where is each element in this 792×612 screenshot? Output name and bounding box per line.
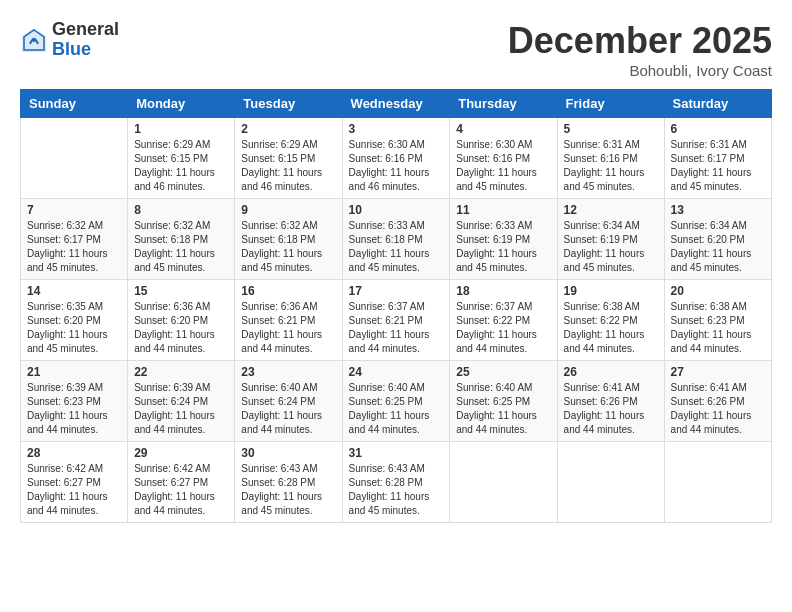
day-info: Sunrise: 6:30 AMSunset: 6:16 PMDaylight:… [349,138,444,194]
col-wednesday: Wednesday [342,90,450,118]
calendar-week-row: 28 Sunrise: 6:42 AMSunset: 6:27 PMDaylig… [21,442,772,523]
table-row: 14 Sunrise: 6:35 AMSunset: 6:20 PMDaylig… [21,280,128,361]
table-row: 13 Sunrise: 6:34 AMSunset: 6:20 PMDaylig… [664,199,771,280]
day-info: Sunrise: 6:31 AMSunset: 6:17 PMDaylight:… [671,138,765,194]
day-number: 29 [134,446,228,460]
day-number: 11 [456,203,550,217]
day-info: Sunrise: 6:43 AMSunset: 6:28 PMDaylight:… [241,462,335,518]
day-number: 14 [27,284,121,298]
table-row: 26 Sunrise: 6:41 AMSunset: 6:26 PMDaylig… [557,361,664,442]
day-number: 21 [27,365,121,379]
col-thursday: Thursday [450,90,557,118]
logo-blue: Blue [52,40,119,60]
table-row: 11 Sunrise: 6:33 AMSunset: 6:19 PMDaylig… [450,199,557,280]
calendar-week-row: 21 Sunrise: 6:39 AMSunset: 6:23 PMDaylig… [21,361,772,442]
table-row: 6 Sunrise: 6:31 AMSunset: 6:17 PMDayligh… [664,118,771,199]
day-number: 23 [241,365,335,379]
day-number: 1 [134,122,228,136]
day-info: Sunrise: 6:40 AMSunset: 6:25 PMDaylight:… [456,381,550,437]
day-info: Sunrise: 6:34 AMSunset: 6:19 PMDaylight:… [564,219,658,275]
calendar: Sunday Monday Tuesday Wednesday Thursday… [20,89,772,523]
table-row: 20 Sunrise: 6:38 AMSunset: 6:23 PMDaylig… [664,280,771,361]
table-row: 24 Sunrise: 6:40 AMSunset: 6:25 PMDaylig… [342,361,450,442]
table-row: 5 Sunrise: 6:31 AMSunset: 6:16 PMDayligh… [557,118,664,199]
logo: General Blue [20,20,119,60]
day-info: Sunrise: 6:36 AMSunset: 6:20 PMDaylight:… [134,300,228,356]
svg-point-2 [32,38,36,42]
table-row: 16 Sunrise: 6:36 AMSunset: 6:21 PMDaylig… [235,280,342,361]
title-block: December 2025 Bohoubli, Ivory Coast [508,20,772,79]
day-number: 18 [456,284,550,298]
calendar-header-row: Sunday Monday Tuesday Wednesday Thursday… [21,90,772,118]
col-monday: Monday [128,90,235,118]
day-info: Sunrise: 6:40 AMSunset: 6:24 PMDaylight:… [241,381,335,437]
day-number: 4 [456,122,550,136]
col-sunday: Sunday [21,90,128,118]
day-number: 10 [349,203,444,217]
day-info: Sunrise: 6:30 AMSunset: 6:16 PMDaylight:… [456,138,550,194]
day-info: Sunrise: 6:37 AMSunset: 6:22 PMDaylight:… [456,300,550,356]
location: Bohoubli, Ivory Coast [508,62,772,79]
table-row: 22 Sunrise: 6:39 AMSunset: 6:24 PMDaylig… [128,361,235,442]
table-row: 30 Sunrise: 6:43 AMSunset: 6:28 PMDaylig… [235,442,342,523]
day-number: 5 [564,122,658,136]
logo-text: General Blue [52,20,119,60]
table-row: 29 Sunrise: 6:42 AMSunset: 6:27 PMDaylig… [128,442,235,523]
table-row: 7 Sunrise: 6:32 AMSunset: 6:17 PMDayligh… [21,199,128,280]
day-info: Sunrise: 6:32 AMSunset: 6:17 PMDaylight:… [27,219,121,275]
day-info: Sunrise: 6:41 AMSunset: 6:26 PMDaylight:… [671,381,765,437]
day-number: 12 [564,203,658,217]
day-info: Sunrise: 6:38 AMSunset: 6:23 PMDaylight:… [671,300,765,356]
logo-icon [20,26,48,54]
table-row: 10 Sunrise: 6:33 AMSunset: 6:18 PMDaylig… [342,199,450,280]
day-number: 17 [349,284,444,298]
day-info: Sunrise: 6:42 AMSunset: 6:27 PMDaylight:… [134,462,228,518]
day-number: 25 [456,365,550,379]
day-info: Sunrise: 6:39 AMSunset: 6:23 PMDaylight:… [27,381,121,437]
day-number: 16 [241,284,335,298]
day-info: Sunrise: 6:29 AMSunset: 6:15 PMDaylight:… [241,138,335,194]
table-row: 2 Sunrise: 6:29 AMSunset: 6:15 PMDayligh… [235,118,342,199]
table-row: 19 Sunrise: 6:38 AMSunset: 6:22 PMDaylig… [557,280,664,361]
calendar-week-row: 1 Sunrise: 6:29 AMSunset: 6:15 PMDayligh… [21,118,772,199]
day-info: Sunrise: 6:35 AMSunset: 6:20 PMDaylight:… [27,300,121,356]
day-info: Sunrise: 6:40 AMSunset: 6:25 PMDaylight:… [349,381,444,437]
table-row [557,442,664,523]
day-number: 26 [564,365,658,379]
table-row: 12 Sunrise: 6:34 AMSunset: 6:19 PMDaylig… [557,199,664,280]
table-row: 8 Sunrise: 6:32 AMSunset: 6:18 PMDayligh… [128,199,235,280]
day-info: Sunrise: 6:36 AMSunset: 6:21 PMDaylight:… [241,300,335,356]
day-number: 3 [349,122,444,136]
day-info: Sunrise: 6:39 AMSunset: 6:24 PMDaylight:… [134,381,228,437]
day-info: Sunrise: 6:38 AMSunset: 6:22 PMDaylight:… [564,300,658,356]
day-number: 27 [671,365,765,379]
col-tuesday: Tuesday [235,90,342,118]
day-info: Sunrise: 6:29 AMSunset: 6:15 PMDaylight:… [134,138,228,194]
day-number: 22 [134,365,228,379]
table-row: 21 Sunrise: 6:39 AMSunset: 6:23 PMDaylig… [21,361,128,442]
day-info: Sunrise: 6:33 AMSunset: 6:18 PMDaylight:… [349,219,444,275]
table-row [21,118,128,199]
day-number: 30 [241,446,335,460]
day-number: 24 [349,365,444,379]
table-row: 27 Sunrise: 6:41 AMSunset: 6:26 PMDaylig… [664,361,771,442]
logo-general: General [52,20,119,40]
day-number: 6 [671,122,765,136]
day-number: 31 [349,446,444,460]
table-row: 28 Sunrise: 6:42 AMSunset: 6:27 PMDaylig… [21,442,128,523]
page-header: General Blue December 2025 Bohoubli, Ivo… [20,20,772,79]
day-number: 20 [671,284,765,298]
day-info: Sunrise: 6:31 AMSunset: 6:16 PMDaylight:… [564,138,658,194]
table-row [450,442,557,523]
day-info: Sunrise: 6:43 AMSunset: 6:28 PMDaylight:… [349,462,444,518]
table-row: 4 Sunrise: 6:30 AMSunset: 6:16 PMDayligh… [450,118,557,199]
col-saturday: Saturday [664,90,771,118]
day-number: 19 [564,284,658,298]
day-info: Sunrise: 6:42 AMSunset: 6:27 PMDaylight:… [27,462,121,518]
table-row: 25 Sunrise: 6:40 AMSunset: 6:25 PMDaylig… [450,361,557,442]
day-info: Sunrise: 6:37 AMSunset: 6:21 PMDaylight:… [349,300,444,356]
day-info: Sunrise: 6:32 AMSunset: 6:18 PMDaylight:… [134,219,228,275]
day-number: 15 [134,284,228,298]
day-number: 7 [27,203,121,217]
day-info: Sunrise: 6:34 AMSunset: 6:20 PMDaylight:… [671,219,765,275]
